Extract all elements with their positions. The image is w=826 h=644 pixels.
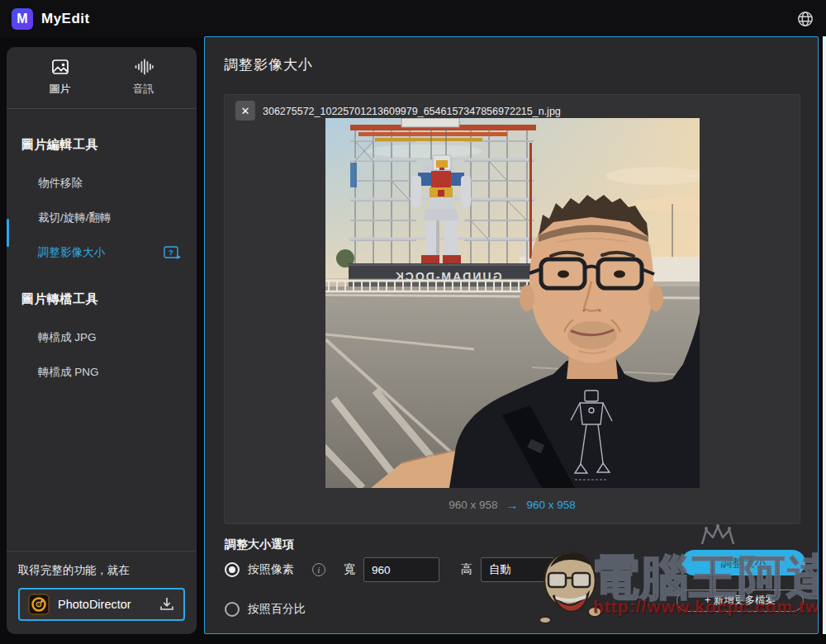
sidebar-item-resize-image[interactable]: 調整影像大小 ? xyxy=(21,245,182,260)
file-card: ✕ 306275572_10225701213609979_6546157347… xyxy=(224,94,800,524)
add-more-files-button[interactable]: + 新增更多檔案 xyxy=(676,590,804,612)
kocpc-watermark: 電腦王阿達 http://www.kocpc.com.tw xyxy=(535,528,819,634)
svg-text:?: ? xyxy=(169,249,173,257)
by-pixels-label: 按照像素 xyxy=(248,562,294,577)
width-label: 寬 xyxy=(344,562,355,577)
tab-audio-label: 音訊 xyxy=(133,82,154,97)
sidebar-item-convert-jpg[interactable]: 轉檔成 JPG xyxy=(21,330,182,345)
radio-by-pixels[interactable] xyxy=(225,562,240,577)
info-icon[interactable]: i xyxy=(312,563,325,576)
sidebar-item-convert-png[interactable]: 轉檔成 PNG xyxy=(21,365,182,380)
sidebar-item-crop-rotate-flip[interactable]: 裁切/旋轉/翻轉 xyxy=(21,211,182,225)
sidebar-nav: 圖片編輯工具 物件移除 裁切/旋轉/翻轉 調整影像大小 ? 圖片轉檔工具 xyxy=(7,137,197,380)
page-title: 調整影像大小 xyxy=(224,55,313,74)
language-globe-icon[interactable] xyxy=(796,10,814,28)
photodirector-label: PhotoDirector xyxy=(58,598,150,611)
photo-preview: GUNDAM-DOCK xyxy=(325,118,700,488)
remove-file-button[interactable]: ✕ xyxy=(235,101,255,121)
photodirector-icon xyxy=(28,594,50,615)
options-header: 調整大小選項 xyxy=(225,537,294,552)
myedit-logo-icon: M xyxy=(12,8,33,30)
dimensions-row: 960 x 958 → 960 x 958 xyxy=(225,498,800,512)
sidebar: 圖片 音訊 圖片編輯工具 物件移除 xyxy=(7,47,197,634)
file-name: 306275572_10225701213609979_654615734785… xyxy=(263,106,561,117)
watermark-crown-icon xyxy=(699,524,737,547)
item-label: 轉檔成 PNG xyxy=(38,365,99,380)
photodirector-promo: 取得完整的功能，就在 PhotoDirector xyxy=(7,551,197,634)
arrow-icon: → xyxy=(506,498,519,512)
sidebar-separator xyxy=(7,108,197,109)
section-header-edit-tools: 圖片編輯工具 xyxy=(21,137,182,153)
tab-image[interactable]: 圖片 xyxy=(23,55,97,98)
result-dimensions: 960 x 958 xyxy=(527,499,576,511)
height-label: 高 xyxy=(461,562,472,577)
item-label: 裁切/旋轉/翻轉 xyxy=(38,211,112,225)
tab-image-label: 圖片 xyxy=(50,82,71,97)
option-by-percent: 按照百分比 xyxy=(225,602,306,617)
app-title: MyEdit xyxy=(41,11,90,27)
top-bar: M MyEdit xyxy=(0,0,826,37)
by-percent-label: 按照百分比 xyxy=(248,602,306,617)
tutorial-help-icon[interactable]: ? xyxy=(164,246,182,259)
active-item-indicator xyxy=(7,219,9,247)
media-tabs: 圖片 音訊 xyxy=(7,47,197,103)
window-scrollbar-strip[interactable] xyxy=(823,36,826,634)
main-panel: 調整影像大小 ✕ 306275572_10225701213609979_654… xyxy=(204,36,819,634)
original-dimensions: 960 x 958 xyxy=(449,499,497,511)
promo-text: 取得完整的功能，就在 xyxy=(18,563,185,578)
resize-button[interactable]: 調整大小 xyxy=(681,550,805,575)
sidebar-item-object-removal[interactable]: 物件移除 xyxy=(21,176,182,191)
image-icon xyxy=(50,57,70,77)
item-label: 調整影像大小 xyxy=(38,245,105,260)
height-input[interactable] xyxy=(481,557,557,582)
radio-by-percent[interactable] xyxy=(225,602,240,617)
item-label: 轉檔成 JPG xyxy=(38,330,97,345)
audio-icon xyxy=(134,57,154,77)
option-by-pixels: 按照像素 i 寬 高 xyxy=(225,557,557,582)
width-input[interactable] xyxy=(363,557,439,582)
tab-audio[interactable]: 音訊 xyxy=(107,55,181,98)
item-label: 物件移除 xyxy=(38,176,83,191)
download-icon xyxy=(159,596,175,613)
photodirector-download-button[interactable]: PhotoDirector xyxy=(18,588,185,621)
section-header-convert-tools: 圖片轉檔工具 xyxy=(21,291,182,307)
myedit-app: M MyEdit 圖片 xyxy=(0,0,826,644)
